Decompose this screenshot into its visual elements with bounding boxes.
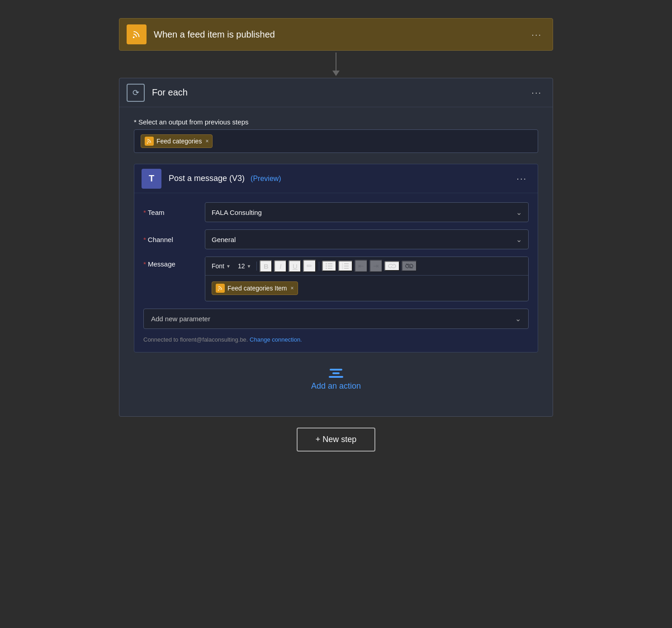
message-content[interactable]: Feed categories Item × xyxy=(205,276,528,301)
team-chevron-icon: ⌄ xyxy=(516,208,522,217)
rss-icon xyxy=(132,29,142,39)
indent-left-button[interactable]: ⇤ xyxy=(355,260,368,272)
message-row: * Message Font ▼ 12 ▼ xyxy=(143,257,529,301)
trigger-to-foreach-connector xyxy=(332,51,340,78)
workflow-container: When a feed item is published ··· ⟳ For … xyxy=(119,18,553,452)
teams-action-card: T Post a message (V3) (Preview) ··· * Te… xyxy=(134,164,538,352)
toolbar-divider-1 xyxy=(256,262,257,271)
action-body: * Team FALA Consulting ⌄ * Channel xyxy=(134,193,538,352)
trigger-card[interactable]: When a feed item is published ··· xyxy=(119,18,553,51)
connected-text: Connected to florent@falaconsulting.be. xyxy=(143,336,248,343)
message-chip-label: Feed categories Item xyxy=(227,285,287,292)
team-label: * Team xyxy=(143,209,198,216)
svg-rect-10 xyxy=(344,268,349,269)
pen-button[interactable]: ✏ xyxy=(303,260,316,272)
action-header[interactable]: T Post a message (V3) (Preview) ··· xyxy=(134,164,538,193)
team-select[interactable]: FALA Consulting ⌄ xyxy=(205,202,529,222)
add-param-label: Add new parameter xyxy=(151,315,210,323)
svg-text:3: 3 xyxy=(342,267,343,269)
foreach-icon: ⟳ xyxy=(133,88,139,98)
font-chevron-icon: ▼ xyxy=(226,264,231,269)
svg-rect-18 xyxy=(329,376,343,378)
team-value: FALA Consulting xyxy=(212,209,262,216)
output-input[interactable]: Feed categories × xyxy=(134,129,538,153)
feed-chip-label: Feed categories xyxy=(156,138,202,145)
message-chip[interactable]: Feed categories Item × xyxy=(212,281,298,295)
message-chip-close[interactable]: × xyxy=(291,285,294,291)
change-connection-link[interactable]: Change connection. xyxy=(250,336,302,343)
action-ellipsis[interactable]: ··· xyxy=(513,171,530,186)
svg-point-15 xyxy=(218,290,219,290)
indent-right-button[interactable]: ⇥ xyxy=(369,260,383,272)
feed-chip-icon xyxy=(145,137,154,146)
channel-select[interactable]: General ⌄ xyxy=(205,229,529,249)
channel-chevron-icon: ⌄ xyxy=(516,235,522,244)
message-label: * Message xyxy=(143,257,198,268)
team-row: * Team FALA Consulting ⌄ xyxy=(143,202,529,222)
select-output-label: * Select an output from previous steps xyxy=(134,118,538,126)
svg-point-5 xyxy=(326,263,327,265)
foreach-icon-wrapper: ⟳ xyxy=(127,84,145,102)
connector-arrow xyxy=(332,71,340,76)
teams-icon-wrapper: T xyxy=(142,169,161,189)
svg-rect-8 xyxy=(344,263,349,264)
bullet-list-button[interactable] xyxy=(322,261,336,271)
trigger-ellipsis[interactable]: ··· xyxy=(528,28,545,42)
svg-rect-4 xyxy=(328,268,332,269)
ordered-list-button[interactable]: 123 xyxy=(338,261,353,271)
new-step-button[interactable]: + New step xyxy=(297,428,376,452)
svg-rect-17 xyxy=(332,372,340,374)
svg-point-6 xyxy=(326,266,327,267)
foreach-card: ⟳ For each ··· * Select an output from p… xyxy=(119,78,553,417)
svg-rect-16 xyxy=(330,369,342,371)
connected-info: Connected to florent@falaconsulting.be. … xyxy=(143,336,529,343)
teams-icon: T xyxy=(149,173,154,184)
connector-line xyxy=(336,52,336,71)
font-size-select[interactable]: 12 ▼ xyxy=(235,262,254,271)
italic-button[interactable]: I xyxy=(274,260,287,272)
add-action-container: Add an action xyxy=(134,352,538,402)
font-size-value: 12 xyxy=(238,262,245,270)
svg-rect-2 xyxy=(328,263,332,264)
message-chip-icon xyxy=(216,284,225,293)
message-editor[interactable]: Font ▼ 12 ▼ B I U xyxy=(205,257,529,301)
svg-point-7 xyxy=(326,268,327,269)
font-size-chevron-icon: ▼ xyxy=(247,264,251,269)
message-rss-icon xyxy=(217,285,223,291)
svg-point-1 xyxy=(147,143,148,143)
trigger-title: When a feed item is published xyxy=(154,29,528,40)
foreach-header[interactable]: ⟳ For each ··· xyxy=(119,78,553,107)
toolbar-divider-2 xyxy=(319,262,319,271)
add-param-dropdown[interactable]: Add new parameter ⌄ xyxy=(143,309,529,329)
svg-rect-9 xyxy=(344,266,349,266)
foreach-ellipsis[interactable]: ··· xyxy=(528,86,545,100)
add-action-icon xyxy=(329,367,343,380)
foreach-title: For each xyxy=(152,87,528,98)
new-step-container: + New step xyxy=(297,428,376,452)
feed-categories-chip[interactable]: Feed categories × xyxy=(141,134,213,148)
feed-chip-rss-icon xyxy=(146,138,152,144)
channel-row: * Channel General ⌄ xyxy=(143,229,529,249)
add-action-button[interactable]: Add an action xyxy=(311,381,361,391)
svg-point-0 xyxy=(133,37,135,38)
unlink-button[interactable] xyxy=(402,261,417,271)
font-label: Font xyxy=(212,262,224,270)
bold-button[interactable]: B xyxy=(260,260,272,272)
feed-chip-close[interactable]: × xyxy=(205,138,208,144)
add-param-chevron-icon: ⌄ xyxy=(515,314,521,323)
action-preview-badge: (Preview) xyxy=(251,175,281,182)
svg-rect-3 xyxy=(328,266,332,266)
channel-value: General xyxy=(212,236,236,243)
action-title: Post a message (V3) (Preview) xyxy=(169,174,513,183)
font-select[interactable]: Font ▼ xyxy=(209,262,233,271)
channel-label: * Channel xyxy=(143,236,198,243)
trigger-icon-wrapper xyxy=(127,24,147,44)
link-button[interactable] xyxy=(384,261,400,271)
foreach-body: * Select an output from previous steps F… xyxy=(119,107,553,416)
message-toolbar: Font ▼ 12 ▼ B I U xyxy=(205,257,528,276)
underline-button[interactable]: U xyxy=(289,260,301,272)
